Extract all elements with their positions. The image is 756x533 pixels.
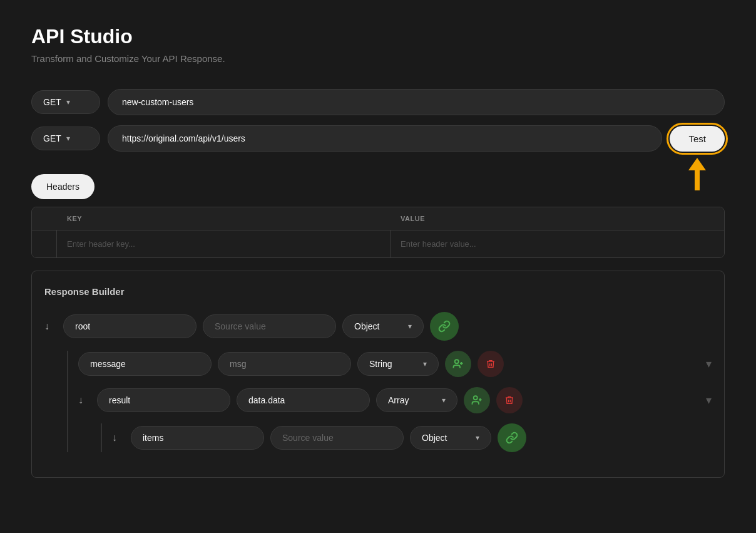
headers-table-header: KEY VALUE bbox=[32, 207, 724, 230]
type-select-message[interactable]: String ▾ bbox=[357, 352, 439, 376]
field-name-items[interactable] bbox=[131, 426, 264, 450]
test-button[interactable]: Test bbox=[670, 126, 725, 152]
add-btn-message[interactable] bbox=[445, 351, 471, 377]
field-row-result: ↓ Array ▾ bbox=[78, 387, 712, 413]
type-label-items: Object bbox=[422, 433, 447, 443]
link-icon-items bbox=[506, 432, 518, 444]
trash-icon-result bbox=[504, 395, 514, 405]
response-builder-title: Response Builder bbox=[44, 286, 712, 297]
type-chevron-result: ▾ bbox=[442, 396, 446, 405]
svg-point-0 bbox=[455, 360, 459, 363]
field-row-message: String ▾ bbox=[78, 351, 712, 377]
field-source-items[interactable] bbox=[270, 426, 404, 450]
field-name-root[interactable] bbox=[63, 314, 197, 338]
field-name-result[interactable] bbox=[97, 388, 230, 412]
type-select-items[interactable]: Object ▾ bbox=[410, 426, 491, 450]
expand-icon-root[interactable]: ↓ bbox=[44, 321, 57, 332]
expand-icon-result[interactable]: ↓ bbox=[78, 395, 91, 406]
type-chevron-message: ▾ bbox=[423, 360, 427, 368]
field-row-root: ↓ Object ▾ bbox=[44, 312, 712, 341]
headers-table-row: Enter header key... Enter header value..… bbox=[32, 230, 724, 257]
headers-section: Headers KEY VALUE Enter header key... En… bbox=[31, 174, 725, 258]
page-subtitle: Transform and Customize Your API Respons… bbox=[31, 53, 725, 64]
link-btn-items[interactable] bbox=[498, 423, 526, 452]
page-container: API Studio Transform and Customize Your … bbox=[0, 0, 756, 503]
link-icon-root bbox=[438, 320, 451, 333]
field-row-items: ↓ Object ▾ bbox=[112, 423, 712, 452]
chevron-message: ▾ bbox=[706, 357, 712, 371]
expand-icon-items[interactable]: ↓ bbox=[112, 432, 125, 443]
method-label-2: GET bbox=[43, 133, 61, 143]
endpoint-name-row: GET ▾ bbox=[31, 89, 725, 115]
type-chevron-root: ▾ bbox=[408, 322, 412, 331]
field-source-root[interactable] bbox=[203, 314, 336, 338]
method-chevron-2: ▾ bbox=[66, 134, 70, 143]
add-btn-result[interactable] bbox=[464, 387, 490, 413]
test-button-container: Test bbox=[670, 126, 725, 152]
headers-button[interactable]: Headers bbox=[31, 174, 94, 199]
result-children: ↓ Object ▾ bbox=[101, 423, 712, 452]
field-source-message[interactable] bbox=[218, 352, 351, 376]
type-label-root: Object bbox=[354, 321, 379, 331]
headers-table: KEY VALUE Enter header key... Enter head… bbox=[31, 207, 725, 258]
add-user-icon-result bbox=[471, 395, 483, 406]
header-key-col: KEY bbox=[57, 207, 391, 230]
type-select-result[interactable]: Array ▾ bbox=[376, 388, 457, 412]
response-builder: Response Builder ↓ Object ▾ bbox=[31, 271, 725, 478]
method-select-2[interactable]: GET ▾ bbox=[31, 127, 100, 150]
page-title: API Studio bbox=[31, 25, 725, 48]
link-btn-root[interactable] bbox=[430, 312, 459, 341]
type-select-root[interactable]: Object ▾ bbox=[342, 314, 424, 338]
svg-point-3 bbox=[474, 396, 478, 400]
value-cell: Enter header value... bbox=[391, 230, 724, 257]
url-input[interactable] bbox=[108, 125, 662, 152]
type-label-result: Array bbox=[388, 395, 409, 405]
url-row: GET ▾ Test bbox=[31, 125, 725, 152]
row-num bbox=[32, 230, 57, 257]
delete-btn-result[interactable] bbox=[496, 387, 523, 413]
trash-icon-message bbox=[486, 359, 496, 369]
type-chevron-items: ▾ bbox=[476, 433, 479, 442]
method-chevron-1: ▾ bbox=[66, 98, 70, 106]
root-children: String ▾ bbox=[67, 351, 712, 452]
method-label-1: GET bbox=[43, 97, 61, 107]
type-label-message: String bbox=[369, 359, 392, 369]
add-user-icon-message bbox=[452, 358, 464, 370]
endpoint-name-input[interactable] bbox=[108, 89, 725, 115]
method-select-1[interactable]: GET ▾ bbox=[31, 90, 100, 114]
key-cell: Enter header key... bbox=[57, 230, 391, 257]
delete-btn-message[interactable] bbox=[478, 351, 504, 377]
value-placeholder: Enter header value... bbox=[401, 239, 476, 249]
key-placeholder: Enter header key... bbox=[67, 239, 135, 249]
field-name-message[interactable] bbox=[78, 352, 212, 376]
field-source-result[interactable] bbox=[237, 388, 370, 412]
chevron-result: ▾ bbox=[706, 393, 712, 407]
header-num-col bbox=[32, 207, 57, 230]
header-value-col: VALUE bbox=[391, 207, 724, 230]
